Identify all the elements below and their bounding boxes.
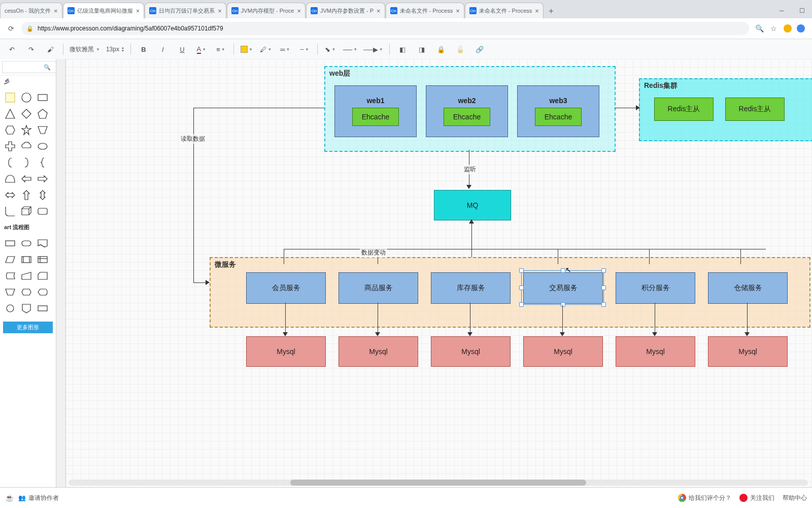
reload-button[interactable]: ⟳ xyxy=(4,21,18,36)
tab-0[interactable]: cessOn - 我的文件 × xyxy=(0,3,62,18)
connector-line-button[interactable]: ──▼ xyxy=(341,43,359,56)
tab-title: JVM内存模型 - Proce xyxy=(241,7,294,15)
undo-button[interactable]: ↶ xyxy=(3,43,20,56)
close-icon[interactable]: × xyxy=(535,7,539,15)
close-icon[interactable]: × xyxy=(456,7,460,15)
ruler-vertical xyxy=(56,59,66,60)
url-text: https://www.processon.com/diagraming/5af… xyxy=(38,25,223,32)
close-icon[interactable]: × xyxy=(297,7,301,15)
tab-3[interactable]: On JVM内存模型 - Proce × xyxy=(227,3,306,18)
favicon: On xyxy=(231,7,239,14)
font-family-select[interactable]: 微软雅黑▼ xyxy=(67,44,102,55)
shape-panel: 🔍 彡 xyxy=(0,59,56,60)
favicon: On xyxy=(390,7,397,14)
tab-1[interactable]: On 亿级流量电商网站微服 × xyxy=(63,3,145,18)
send-back-button[interactable]: ◨ xyxy=(413,43,430,56)
browser-tab-strip: cessOn - 我的文件 × On 亿级流量电商网站微服 × On 日均百万级… xyxy=(0,0,812,18)
format-painter-button[interactable]: 🖌 xyxy=(42,43,59,56)
tab-4[interactable]: On JVM内存参数设置 - P × xyxy=(306,3,385,18)
lock-icon: 🔒 xyxy=(26,25,33,32)
fill-color-button[interactable]: ▼ xyxy=(238,43,255,56)
line-color-button[interactable]: 🖊▼ xyxy=(257,43,275,56)
tab-title: 亿级流量电商网站微服 xyxy=(77,7,133,15)
favicon: On xyxy=(311,7,318,14)
zoom-icon[interactable]: 🔍 xyxy=(752,21,766,36)
minimize-button[interactable]: ─ xyxy=(771,3,792,18)
favicon: On xyxy=(149,7,156,14)
connector-style-button[interactable]: ⬊▼ xyxy=(322,43,339,56)
tab-5[interactable]: On 未命名文件 - Process × xyxy=(386,3,464,18)
bold-button[interactable]: B xyxy=(135,43,152,56)
font-color-button[interactable]: A▼ xyxy=(193,43,210,56)
tab-6[interactable]: On 未命名文件 - Process × xyxy=(465,3,544,18)
line-width-button[interactable]: ═▼ xyxy=(277,43,294,56)
tab-2[interactable]: On 日均百万级订单交易系 × xyxy=(145,3,226,18)
close-icon[interactable]: × xyxy=(377,7,381,15)
url-input[interactable]: 🔒 https://www.processon.com/diagraming/5… xyxy=(21,22,749,35)
link-button[interactable]: 🔗 xyxy=(471,43,488,56)
extension-icon[interactable] xyxy=(784,24,792,33)
align-button[interactable]: ≡▼ xyxy=(212,43,229,56)
unlock-button[interactable]: 🔓 xyxy=(452,43,469,56)
canvas[interactable]: web层 web1 Ehcache web2 Ehcache web3 Ehca… xyxy=(56,59,812,60)
font-size-select[interactable]: 13px▲▼ xyxy=(104,45,126,54)
redo-button[interactable]: ↷ xyxy=(22,43,40,56)
italic-button[interactable]: I xyxy=(154,43,172,56)
favicon: On xyxy=(67,7,75,14)
line-style-button[interactable]: ╌▼ xyxy=(296,43,313,56)
tab-title: cessOn - 我的文件 xyxy=(5,7,51,15)
extensions xyxy=(781,24,808,33)
lock-button[interactable]: 🔒 xyxy=(432,43,450,56)
tab-title: JVM内存参数设置 - P xyxy=(320,7,374,15)
extension-icon[interactable] xyxy=(797,24,805,33)
address-bar: ⟳ 🔒 https://www.processon.com/diagraming… xyxy=(0,18,812,39)
format-toolbar: ↶ ↷ 🖌 微软雅黑▼ 13px▲▼ B I U A▼ ≡▼ ▼ 🖊▼ ═▼ ╌… xyxy=(0,39,812,60)
maximize-button[interactable]: ☐ xyxy=(792,3,812,18)
close-icon[interactable]: × xyxy=(136,7,140,15)
window-controls: ─ ☐ xyxy=(771,3,812,18)
tab-title: 未命名文件 - Process xyxy=(400,7,453,15)
tab-title: 日均百万级订单交易系 xyxy=(159,7,215,15)
new-tab-button[interactable]: + xyxy=(544,4,558,18)
underline-button[interactable]: U xyxy=(174,43,191,56)
close-icon[interactable]: × xyxy=(54,7,58,15)
bring-front-button[interactable]: ◧ xyxy=(394,43,411,56)
bookmark-icon[interactable]: ☆ xyxy=(766,21,781,36)
tab-title: 未命名文件 - Process xyxy=(479,7,532,15)
favicon: On xyxy=(469,7,477,14)
arrow-style-button[interactable]: ──▶▼ xyxy=(361,43,385,56)
diagram[interactable]: web层 web1 Ehcache web2 Ehcache web3 Ehca… xyxy=(65,59,812,60)
close-icon[interactable]: × xyxy=(218,7,222,15)
workspace: 🔍 彡 xyxy=(0,59,812,60)
